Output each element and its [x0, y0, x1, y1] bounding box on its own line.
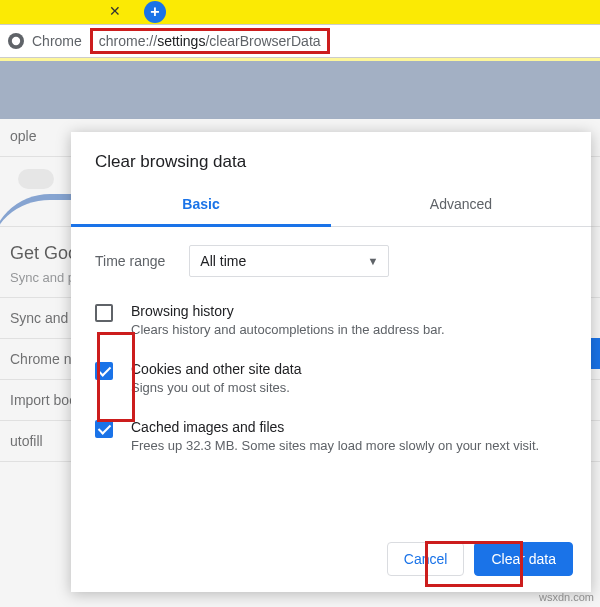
- brand-label: Chrome: [32, 33, 82, 49]
- dialog-title: Clear browsing data: [71, 132, 591, 186]
- option-desc: Clears history and autocompletions in th…: [131, 322, 445, 337]
- time-range-value: All time: [200, 253, 246, 269]
- option-title: Cached images and files: [131, 419, 539, 435]
- checkbox-icon[interactable]: [95, 420, 113, 438]
- option-browsing-history[interactable]: Browsing history Clears history and auto…: [95, 303, 567, 337]
- url-host: settings: [157, 33, 205, 49]
- checkbox-icon[interactable]: [95, 304, 113, 322]
- address-bar: Chrome chrome://settings/clearBrowserDat…: [0, 24, 600, 58]
- option-desc: Frees up 32.3 MB. Some sites may load mo…: [131, 438, 539, 453]
- dialog-tabs: Basic Advanced: [71, 186, 591, 227]
- url-scheme: chrome://: [99, 33, 157, 49]
- cancel-button[interactable]: Cancel: [387, 542, 465, 576]
- clear-data-button[interactable]: Clear data: [474, 542, 573, 576]
- tab-advanced[interactable]: Advanced: [331, 186, 591, 226]
- watermark: wsxdn.com: [539, 591, 594, 603]
- tab-close-icon[interactable]: ✕: [106, 2, 124, 20]
- tab-basic[interactable]: Basic: [71, 186, 331, 227]
- checkbox-icon[interactable]: [95, 362, 113, 380]
- time-range-select[interactable]: All time ▼: [189, 245, 389, 277]
- clear-browsing-data-dialog: Clear browsing data Basic Advanced Time …: [71, 132, 591, 592]
- option-title: Browsing history: [131, 303, 445, 319]
- svg-point-0: [12, 37, 20, 45]
- url-path: /clearBrowserData: [205, 33, 320, 49]
- url-input[interactable]: chrome://settings/clearBrowserData: [90, 28, 330, 54]
- option-title: Cookies and other site data: [131, 361, 301, 377]
- chevron-down-icon: ▼: [367, 255, 378, 267]
- option-cached[interactable]: Cached images and files Frees up 32.3 MB…: [95, 419, 567, 453]
- new-tab-button[interactable]: +: [144, 1, 166, 23]
- option-cookies[interactable]: Cookies and other site data Signs you ou…: [95, 361, 567, 395]
- option-desc: Signs you out of most sites.: [131, 380, 301, 395]
- site-info-icon[interactable]: [8, 33, 24, 49]
- time-range-label: Time range: [95, 253, 165, 269]
